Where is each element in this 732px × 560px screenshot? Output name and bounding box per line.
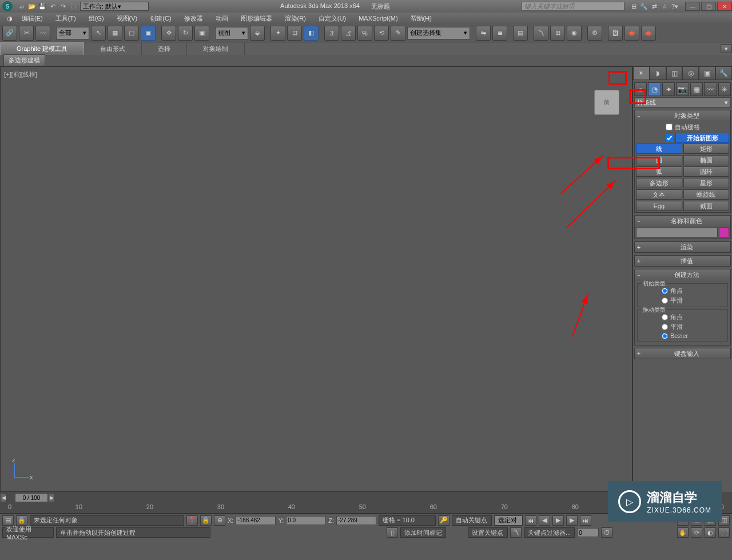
start-shape-button[interactable]: 开始新图形 (675, 133, 729, 143)
help-icon[interactable]: ?▾ (670, 2, 679, 11)
nav-pan-icon[interactable]: ✋ (677, 527, 689, 538)
drag-bezier-radio[interactable] (662, 333, 668, 339)
snap3-icon[interactable]: 3 (324, 26, 339, 41)
nav-walk-icon[interactable]: ◐ (705, 527, 716, 538)
z-coord[interactable]: -27.289 (336, 516, 376, 525)
cameras-cat-icon[interactable]: 📷 (676, 82, 689, 96)
time-config-icon[interactable]: ⏱ (601, 527, 612, 538)
modify-tab-icon[interactable]: ◗ (650, 66, 666, 80)
search-input[interactable]: 键入关键字或短语 (522, 2, 624, 11)
current-frame[interactable]: 0 (577, 528, 599, 537)
time-next-icon[interactable]: ▶ (48, 493, 55, 502)
add-time-tag[interactable]: 添加时间标记 (400, 527, 446, 538)
helpers-cat-icon[interactable]: ▦ (690, 82, 703, 96)
menu-modifier[interactable]: 修改器 (178, 13, 209, 24)
menu-edit[interactable]: 编辑(E) (16, 13, 49, 24)
hierarchy-tab-icon[interactable]: ◫ (666, 66, 683, 80)
lock2-icon[interactable]: 🔒 (200, 515, 212, 526)
select-region-icon[interactable]: ▢ (124, 26, 139, 41)
init-corner-radio[interactable] (662, 288, 668, 294)
redo-icon[interactable]: ↷ (58, 2, 67, 11)
bind-space-icon[interactable]: 〰 (35, 26, 50, 41)
open-icon[interactable]: 📂 (27, 2, 37, 11)
ribbon-tab-freeform[interactable]: 自由形式 (84, 43, 142, 55)
menu-group[interactable]: 组(G) (83, 13, 110, 24)
render-iter-icon[interactable]: 🫖 (641, 26, 656, 41)
angle-snap-icon[interactable]: ⦨ (341, 26, 356, 41)
utilities-tab-icon[interactable]: 🔧 (715, 66, 732, 80)
category-dropdown[interactable]: 样条线▾ (634, 97, 731, 108)
menu-view[interactable]: 视图(V) (111, 13, 144, 24)
circle-button[interactable]: 圆 (636, 155, 682, 165)
helix-button[interactable]: 螺旋线 (683, 189, 730, 200)
auto-grid-checkbox[interactable] (666, 124, 673, 130)
motion-tab-icon[interactable]: ◎ (682, 66, 699, 80)
nav-maximize-icon[interactable]: ⛶ (718, 527, 730, 538)
lights-cat-icon[interactable]: ✦ (662, 82, 675, 96)
star-button[interactable]: 星形 (683, 178, 730, 188)
set-key-button[interactable]: 设置关键点 (468, 527, 508, 538)
rollout-head-creation-method[interactable]: -创建方法 (635, 269, 730, 280)
ribbon-collapse-icon[interactable]: ▾ (721, 44, 732, 53)
geometry-cat-icon[interactable]: ○ (634, 82, 647, 96)
window-crossing-icon[interactable]: ▣ (141, 26, 156, 41)
coord-icon[interactable]: ⊕ (214, 515, 225, 526)
app-icon[interactable]: S (2, 1, 13, 11)
ellipse-button[interactable]: 椭圆 (683, 155, 730, 165)
render-prod-icon[interactable]: 🫖 (624, 26, 639, 41)
percent-snap-icon[interactable]: % (357, 26, 372, 41)
viewcube[interactable]: 前 (594, 90, 619, 115)
create-tab-icon[interactable]: ✴ (633, 66, 650, 80)
key-icon[interactable]: 🔧 (639, 2, 649, 11)
workspace-selector[interactable]: 工作台: 默认▾ (80, 2, 149, 11)
drag-corner-radio[interactable] (662, 314, 668, 320)
key-filter-icon[interactable]: 〽 (510, 527, 522, 538)
curve-editor-icon[interactable]: 〽 (534, 26, 548, 41)
align-icon[interactable]: ≣ (492, 26, 507, 41)
layer-icon[interactable]: ▤ (513, 26, 528, 41)
key-filter-button[interactable]: 关键点过滤器... (524, 527, 575, 538)
rollout-head-name-color[interactable]: -名称和颜色 (635, 216, 730, 226)
menu-help[interactable]: 帮助(H) (405, 13, 437, 24)
manip-icon[interactable]: ✦ (270, 26, 285, 41)
schematic-icon[interactable]: ⊞ (550, 26, 565, 41)
maximize-button[interactable]: ▢ (701, 2, 716, 11)
select-icon[interactable]: ↖ (91, 26, 106, 41)
rollout-head-keyboard[interactable]: +键盘输入 (635, 348, 730, 359)
menu-custom[interactable]: 自定义(U) (313, 13, 352, 24)
ribbon-tab-paint[interactable]: 对象绘制 (187, 43, 245, 55)
script-icon[interactable]: ▤ (2, 515, 14, 526)
mirror-icon[interactable]: ⇋ (476, 26, 491, 41)
time-tag-icon[interactable]: ▯ (387, 527, 398, 538)
rollout-head-interpolation[interactable]: +插值 (635, 256, 730, 266)
snap2d-icon[interactable]: ◧ (304, 26, 319, 41)
new-icon[interactable]: ▱ (17, 2, 26, 11)
render-frame-icon[interactable]: 🖼 (608, 26, 623, 41)
star-icon[interactable]: ☆ (660, 2, 669, 11)
key-toggle-icon[interactable]: 🔑 (438, 515, 449, 526)
material-icon[interactable]: ◉ (567, 26, 582, 41)
edit-named-icon[interactable]: ✎ (391, 26, 405, 41)
close-button[interactable]: ✕ (717, 2, 732, 11)
menu-create[interactable]: 创建(C) (144, 13, 177, 24)
menu-render[interactable]: 渲染(R) (279, 13, 312, 24)
lock-icon[interactable]: 🔒 (16, 515, 27, 526)
keyboard-icon[interactable]: ⊡ (287, 26, 302, 41)
drag-smooth-radio[interactable] (662, 324, 668, 330)
scale-tool-icon[interactable]: ▣ (194, 26, 209, 41)
rollout-head-render[interactable]: +渲染 (635, 242, 730, 252)
move-tool-icon[interactable]: ✥ (161, 26, 176, 41)
play-end-icon[interactable]: ⏭ (580, 515, 591, 526)
object-color-swatch[interactable] (719, 227, 729, 237)
ribbon-tab-select[interactable]: 选择 (142, 43, 187, 55)
shapes-cat-icon[interactable]: ◔ (648, 82, 661, 96)
menu-maxscript[interactable]: MAXScript(M) (353, 14, 403, 23)
spinner-snap-icon[interactable]: ⟲ (374, 26, 389, 41)
minimize-button[interactable]: — (685, 2, 700, 11)
pin-icon[interactable]: 📍 (186, 515, 198, 526)
link-icon[interactable]: ⬚ (69, 2, 78, 11)
pivot-icon[interactable]: ⬙ (250, 26, 265, 41)
menu-anim[interactable]: 动画 (210, 13, 234, 24)
object-name-input[interactable] (636, 227, 718, 237)
logo-icon[interactable]: ◑ (5, 15, 15, 22)
